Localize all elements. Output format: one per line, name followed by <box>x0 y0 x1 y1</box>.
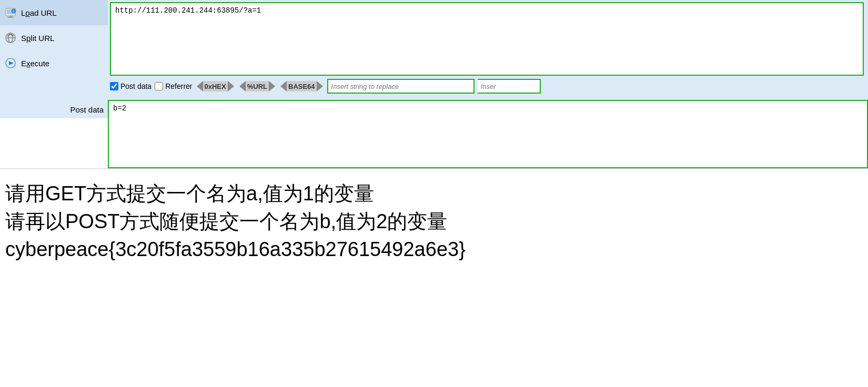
base64-encode-group: BASE64 <box>279 81 324 91</box>
url-decode-btn[interactable]: %URL <box>238 81 276 91</box>
0xhex-left-arrow-icon <box>197 81 203 91</box>
url-label: %URL <box>246 81 269 91</box>
referrer-checkbox-label[interactable]: Referrer <box>155 82 192 90</box>
execute-icon <box>4 57 17 69</box>
0xhex-label: 0xHEX <box>203 81 228 91</box>
sidebar-item-split-url[interactable]: Split URL <box>0 25 108 50</box>
load-url-label: Load URL <box>21 8 57 17</box>
split-url-icon <box>4 32 17 44</box>
replace-with-input[interactable] <box>478 79 541 94</box>
post-data-checkbox[interactable] <box>110 82 118 90</box>
base64-decode-btn[interactable]: BASE64 <box>279 81 324 91</box>
referrer-checkbox-text: Referrer <box>165 82 192 90</box>
url-encode-group: %URL <box>238 81 276 91</box>
post-data-input[interactable]: b=2 <box>108 100 868 168</box>
main-area: http://111.200.241.244:63895/?a=1 Post d… <box>108 0 868 100</box>
load-url-icon: ↓ <box>4 6 17 19</box>
url-input[interactable]: http://111.200.241.244:63895/?a=1 <box>110 2 864 76</box>
replace-string-input[interactable] <box>327 79 475 94</box>
split-url-label: Split URL <box>21 34 54 43</box>
toolbar-row: Post data Referrer 0xHEX %URL <box>110 76 864 96</box>
sidebar-item-load-url[interactable]: ↓ Load URL <box>0 0 108 25</box>
content-area: 请用GET方式提交一个名为a,值为1的变量 请再以POST方式随便提交一个名为b… <box>0 169 868 269</box>
post-data-section-label: Post data <box>0 100 108 118</box>
post-data-checkbox-label[interactable]: Post data <box>110 82 152 90</box>
post-data-label-text: Post data <box>70 105 104 114</box>
top-panel: ↓ Load URL Split URL <box>0 0 868 100</box>
sidebar-item-execute[interactable]: Execute <box>0 50 108 76</box>
svg-text:↓: ↓ <box>13 9 15 13</box>
base64-right-arrow-icon <box>317 81 323 91</box>
post-data-checkbox-text: Post data <box>120 82 152 90</box>
content-line-2: 请再以POST方式随便提交一个名为b,值为2的变量 <box>5 208 863 236</box>
content-line-3: cyberpeace{3c20f5fa3559b16a335b27615492a… <box>5 236 863 263</box>
base64-label: BASE64 <box>287 81 317 91</box>
referrer-checkbox[interactable] <box>155 82 163 90</box>
execute-label: Execute <box>21 59 49 68</box>
svg-rect-3 <box>7 17 14 18</box>
post-data-row: Post data b=2 <box>0 100 868 168</box>
sidebar: ↓ Load URL Split URL <box>0 0 108 100</box>
url-right-arrow-icon <box>269 81 275 91</box>
0xhex-encode-group: 0xHEX <box>196 81 235 91</box>
svg-rect-2 <box>9 16 12 17</box>
url-left-arrow-icon <box>239 81 246 91</box>
base64-left-arrow-icon <box>280 81 287 91</box>
content-line-1: 请用GET方式提交一个名为a,值为1的变量 <box>5 180 863 208</box>
0xhex-right-arrow-icon <box>228 81 234 91</box>
0xhex-decode-btn[interactable]: 0xHEX <box>196 81 235 91</box>
